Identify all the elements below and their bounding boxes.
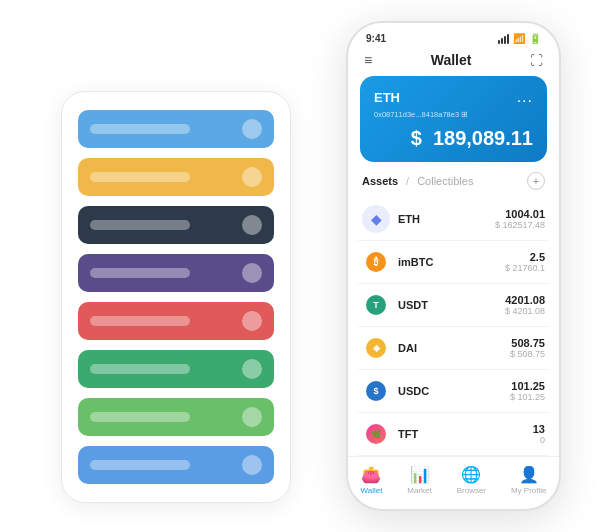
asset-icon-usdt: T <box>362 291 390 319</box>
dai-circle-icon: ◈ <box>366 338 386 358</box>
card-dot <box>242 215 262 235</box>
asset-name-usdc: USDC <box>398 385 510 397</box>
tft-circle-icon: 🌿 <box>366 424 386 444</box>
card-row-bar <box>90 316 190 326</box>
card-row-7 <box>78 398 274 436</box>
eth-balance-amount: 189,089.11 <box>433 127 533 149</box>
card-dot <box>242 167 262 187</box>
card-dot <box>242 263 262 283</box>
asset-amounts-tft: 13 0 <box>533 423 545 445</box>
usdt-circle-icon: T <box>366 295 386 315</box>
tab-assets[interactable]: Assets <box>362 175 398 187</box>
browser-nav-label: Browser <box>457 486 486 495</box>
asset-usd-dai: $ 508.75 <box>510 349 545 359</box>
wallet-nav-icon: 👛 <box>361 465 381 484</box>
asset-amounts-eth: 1004.01 $ 162517.48 <box>495 208 545 230</box>
card-row-bar <box>90 268 190 278</box>
card-row-4 <box>78 254 274 292</box>
eth-balance: $ 189,089.11 <box>374 127 533 150</box>
asset-item-eth[interactable]: ◆ ETH 1004.01 $ 162517.48 <box>358 198 549 241</box>
asset-name-tft: TFT <box>398 428 533 440</box>
nav-item-browser[interactable]: 🌐 Browser <box>457 465 486 495</box>
eth-balance-symbol: $ <box>411 127 422 149</box>
assets-tabs: Assets / Collectibles <box>362 175 473 187</box>
card-row-8 <box>78 446 274 484</box>
eth-diamond-icon: ◆ <box>371 211 382 227</box>
asset-item-usdt[interactable]: T USDT 4201.08 $ 4201.08 <box>358 284 549 327</box>
wifi-icon: 📶 <box>513 33 525 44</box>
phone-header: ≡ Wallet ⛶ <box>348 48 559 76</box>
wallet-nav-label: Wallet <box>360 486 382 495</box>
tab-collectibles[interactable]: Collectibles <box>417 175 473 187</box>
page-title: Wallet <box>431 52 472 68</box>
asset-name-imbtc: imBTC <box>398 256 505 268</box>
nav-item-profile[interactable]: 👤 My Profile <box>511 465 547 495</box>
market-nav-label: Market <box>407 486 431 495</box>
asset-icon-dai: ◈ <box>362 334 390 362</box>
card-stack <box>61 91 291 503</box>
card-dot <box>242 407 262 427</box>
card-row-1 <box>78 110 274 148</box>
eth-card-label: ETH <box>374 90 400 105</box>
asset-name-eth: ETH <box>398 213 495 225</box>
bottom-nav: 👛 Wallet 📊 Market 🌐 Browser 👤 My Profile <box>348 456 559 509</box>
phone: 9:41 📶 🔋 ≡ Wallet ⛶ ETH ... 0x08711d3e..… <box>346 21 561 511</box>
nav-item-wallet[interactable]: 👛 Wallet <box>360 465 382 495</box>
tab-divider: / <box>406 175 409 187</box>
eth-card-header: ETH ... <box>374 88 533 106</box>
asset-name-usdt: USDT <box>398 299 505 311</box>
asset-list: ◆ ETH 1004.01 $ 162517.48 ₿ imBTC 2.5 $ … <box>348 198 559 456</box>
asset-amounts-usdt: 4201.08 $ 4201.08 <box>505 294 545 316</box>
asset-item-dai[interactable]: ◈ DAI 508.75 $ 508.75 <box>358 327 549 370</box>
asset-amounts-dai: 508.75 $ 508.75 <box>510 337 545 359</box>
add-asset-button[interactable]: + <box>527 172 545 190</box>
asset-amount-tft: 13 <box>533 423 545 435</box>
asset-amount-imbtc: 2.5 <box>505 251 545 263</box>
asset-amount-dai: 508.75 <box>510 337 545 349</box>
card-dot <box>242 359 262 379</box>
asset-amount-usdt: 4201.08 <box>505 294 545 306</box>
asset-amount-eth: 1004.01 <box>495 208 545 220</box>
asset-icon-eth: ◆ <box>362 205 390 233</box>
battery-icon: 🔋 <box>529 33 541 44</box>
profile-nav-icon: 👤 <box>519 465 539 484</box>
asset-icon-usdc: $ <box>362 377 390 405</box>
asset-usd-usdc: $ 101.25 <box>510 392 545 402</box>
card-dot <box>242 311 262 331</box>
asset-amounts-usdc: 101.25 $ 101.25 <box>510 380 545 402</box>
asset-name-dai: DAI <box>398 342 510 354</box>
card-row-bar <box>90 412 190 422</box>
card-row-bar <box>90 460 190 470</box>
card-row-3 <box>78 206 274 244</box>
card-row-bar <box>90 220 190 230</box>
asset-item-usdc[interactable]: $ USDC 101.25 $ 101.25 <box>358 370 549 413</box>
usdc-circle-icon: $ <box>366 381 386 401</box>
status-bar: 9:41 📶 🔋 <box>348 23 559 48</box>
asset-item-imbtc[interactable]: ₿ imBTC 2.5 $ 21760.1 <box>358 241 549 284</box>
signal-icon <box>498 34 509 44</box>
expand-icon[interactable]: ⛶ <box>530 53 543 68</box>
nav-item-market[interactable]: 📊 Market <box>407 465 431 495</box>
card-row-bar <box>90 124 190 134</box>
asset-item-tft[interactable]: 🌿 TFT 13 0 <box>358 413 549 456</box>
card-row-2 <box>78 158 274 196</box>
assets-header: Assets / Collectibles + <box>348 172 559 198</box>
status-icons: 📶 🔋 <box>498 33 541 44</box>
asset-amounts-imbtc: 2.5 $ 21760.1 <box>505 251 545 273</box>
card-row-6 <box>78 350 274 388</box>
eth-address: 0x08711d3e...8418a78e3 ⊞ <box>374 110 533 119</box>
status-time: 9:41 <box>366 33 386 44</box>
menu-icon[interactable]: ≡ <box>364 52 372 68</box>
eth-more-button[interactable]: ... <box>517 88 533 106</box>
asset-amount-usdc: 101.25 <box>510 380 545 392</box>
card-row-bar <box>90 172 190 182</box>
imbtc-circle-icon: ₿ <box>366 252 386 272</box>
asset-usd-usdt: $ 4201.08 <box>505 306 545 316</box>
asset-usd-tft: 0 <box>533 435 545 445</box>
card-dot <box>242 455 262 475</box>
asset-usd-imbtc: $ 21760.1 <box>505 263 545 273</box>
eth-card: ETH ... 0x08711d3e...8418a78e3 ⊞ $ 189,0… <box>360 76 547 162</box>
scene: 9:41 📶 🔋 ≡ Wallet ⛶ ETH ... 0x08711d3e..… <box>11 11 591 521</box>
market-nav-icon: 📊 <box>410 465 430 484</box>
card-dot <box>242 119 262 139</box>
